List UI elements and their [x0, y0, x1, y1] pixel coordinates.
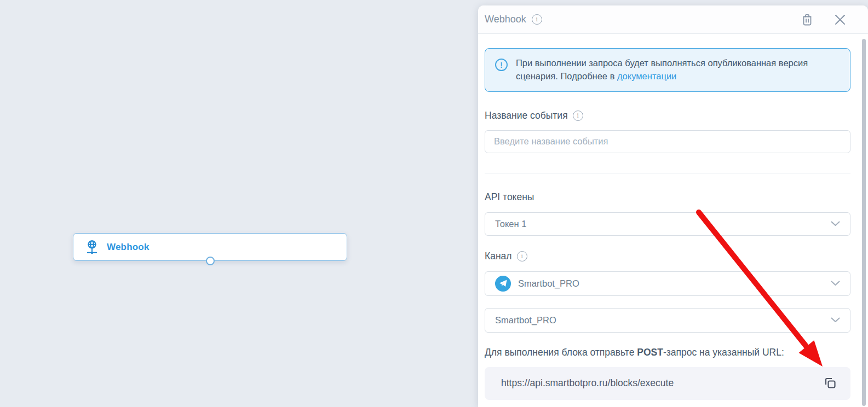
copy-url-button[interactable] [822, 375, 838, 392]
panel-header: Webhook i [478, 5, 868, 34]
panel-title: Webhook [485, 14, 526, 25]
section-divider [485, 173, 850, 173]
webhook-settings-panel: Webhook i [478, 5, 868, 407]
info-icon[interactable]: i [532, 14, 542, 25]
info-alert: ! При выполнении запроса будет выполнять… [485, 48, 850, 92]
panel-body: ! При выполнении запроса будет выполнять… [478, 34, 868, 407]
channel-selected-value: Smartbot_PRO [518, 278, 824, 289]
delete-block-button[interactable] [800, 12, 814, 27]
post-instruction-method: POST [637, 347, 663, 358]
webhook-url: https://api.smartbotpro.ru/blocks/execut… [501, 377, 674, 389]
api-token-select[interactable]: Токен 1 [485, 212, 850, 236]
alert-text: При выполнении запроса будет выполняться… [516, 57, 839, 83]
event-name-label: Название события [485, 110, 568, 121]
event-name-input[interactable] [485, 130, 850, 153]
telegram-icon [495, 276, 511, 292]
copy-icon [823, 376, 837, 391]
panel-scrollbar[interactable] [862, 34, 866, 407]
node-label: Webhook [107, 242, 150, 253]
chevron-down-icon [831, 281, 840, 286]
node-output-port[interactable] [206, 257, 215, 265]
channel-select[interactable]: Smartbot_PRO [485, 271, 850, 296]
close-panel-button[interactable] [833, 13, 847, 27]
chevron-down-icon [831, 317, 840, 323]
trash-icon [801, 13, 813, 26]
post-instruction: Для выполнения блока отправьте POST-запр… [485, 347, 850, 358]
api-token-selected-value: Токен 1 [495, 219, 824, 229]
event-name-info-icon[interactable]: i [573, 111, 583, 121]
docs-link[interactable]: документации [617, 71, 676, 81]
webhook-node[interactable]: Webhook [73, 233, 347, 261]
channel-account-selected-value: Smartbot_PRO [495, 315, 824, 325]
webhook-url-box: https://api.smartbotpro.ru/blocks/execut… [485, 367, 850, 400]
post-instruction-suffix: -запрос на указанный URL: [663, 347, 784, 358]
channel-label: Канал [485, 251, 512, 262]
webhook-globe-icon [84, 239, 100, 255]
post-instruction-prefix: Для выполнения блока отправьте [485, 347, 637, 358]
panel-scrollbar-thumb[interactable] [862, 39, 866, 406]
api-tokens-label: API токены [485, 191, 534, 203]
alert-info-icon: ! [495, 59, 508, 71]
channel-info-icon[interactable]: i [517, 251, 527, 261]
close-icon [834, 14, 846, 26]
chevron-down-icon [831, 221, 840, 226]
channel-account-select[interactable]: Smartbot_PRO [485, 308, 850, 333]
